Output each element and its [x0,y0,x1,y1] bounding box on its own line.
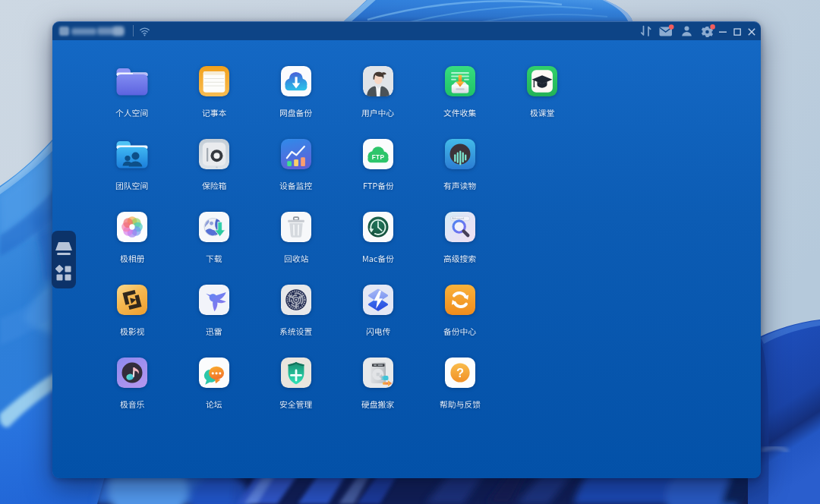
svg-text:FTP: FTP [372,154,385,161]
svg-text:?: ? [456,366,464,380]
